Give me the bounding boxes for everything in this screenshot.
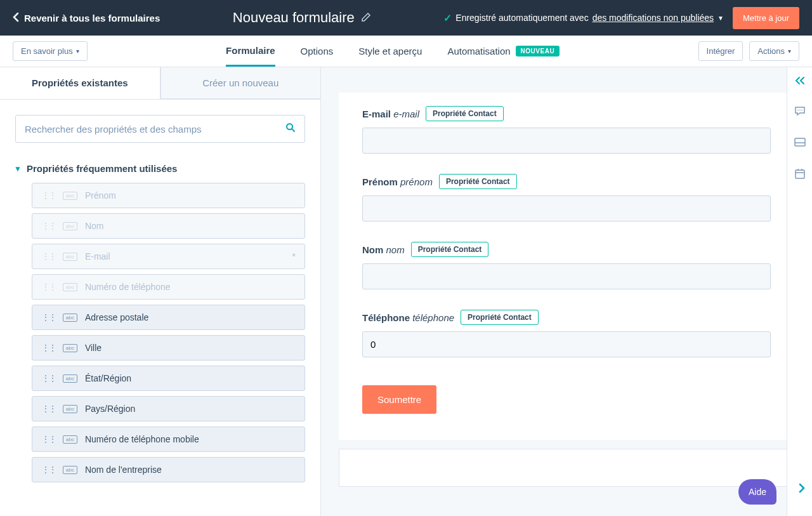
prop-item[interactable]: ⋮⋮abcVille [32,335,305,361]
chevron-left-icon [13,12,19,24]
back-label: Revenir à tous les formulaires [24,13,160,23]
prop-label: Adresse postale [85,312,148,322]
integrate-button[interactable]: Intégrer [698,41,743,61]
check-icon: ✓ [443,12,452,24]
prop-item[interactable]: ⋮⋮abcAdresse postale [32,305,305,330]
calendar-icon[interactable] [794,168,806,182]
contact-property-badge: Propriété Contact [426,106,504,121]
collapse-panel-icon[interactable] [795,76,805,87]
field-label: Prénom prénom [362,176,433,187]
chevron-down-icon: ▾ [788,48,791,55]
learn-more-button[interactable]: En savoir plus ▾ [13,41,88,61]
form-field[interactable]: Téléphone téléphonePropriété Contact [362,310,771,357]
form-canvas: E-mail e-mailPropriété ContactPrénom pré… [321,67,812,516]
text-field-icon: abc [63,253,77,261]
toolbar: En savoir plus ▾ Formulaire Options Styl… [0,36,812,67]
svg-line-1 [292,129,294,131]
left-panel: Propriétés existantes Créer un nouveau ▼… [0,67,321,516]
search-input-wrap[interactable] [15,115,305,143]
form-text-input[interactable] [362,331,771,357]
prop-item: ⋮⋮abcNom [32,213,305,239]
text-field-icon: abc [63,283,77,291]
svg-rect-5 [795,138,805,146]
tab-formulaire[interactable]: Formulaire [226,36,275,67]
main-layout: Propriétés existantes Créer un nouveau ▼… [0,67,812,516]
svg-point-4 [801,110,802,111]
tab-style[interactable]: Style et aperçu [358,36,422,67]
chevron-right-icon[interactable] [798,482,806,497]
drag-handle-icon: ⋮⋮ [41,434,55,444]
text-field-icon: abc [63,314,77,322]
prop-label: E-mail [85,251,110,261]
text-field-icon: abc [63,435,77,444]
form-field[interactable]: E-mail e-mailPropriété Contact [362,106,771,154]
search-input[interactable] [25,124,285,135]
drag-handle-icon: ⋮⋮ [41,312,55,322]
svg-point-2 [797,110,799,111]
prop-item[interactable]: ⋮⋮abcNom de l'entreprise [32,457,305,482]
actions-button[interactable]: Actions ▾ [749,41,799,61]
prop-item: ⋮⋮abcE-mail* [32,244,305,269]
field-label: Téléphone téléphone [362,312,454,323]
subtab-existing[interactable]: Propriétés existantes [0,67,160,99]
text-field-icon: abc [63,405,77,413]
drag-handle-icon: ⋮⋮ [41,190,55,201]
help-button[interactable]: Aide [738,479,776,505]
right-rail [787,67,812,516]
tab-automation-label: Automatisation [447,46,510,56]
form-field[interactable]: Prénom prénomPropriété Contact [362,174,771,222]
prop-item[interactable]: ⋮⋮abcÉtat/Région [32,366,305,391]
search-icon[interactable] [285,122,296,135]
field-label: E-mail e-mail [362,109,419,119]
form-text-input[interactable] [362,195,771,222]
saved-prefix: Enregistré automatiquement avec [455,13,588,23]
caret-down-icon: ▼ [14,164,22,173]
prop-item[interactable]: ⋮⋮abcPays/Région [32,396,305,421]
actions-label: Actions [757,46,785,56]
drag-handle-icon: ⋮⋮ [41,373,55,383]
page-title: Nouveau formulaire [233,10,355,26]
prop-label: Numéro de téléphone mobile [85,434,199,444]
canvas-bottom-zone [339,449,794,487]
form-field[interactable]: Nom nomPropriété Contact [362,242,771,289]
prop-item[interactable]: ⋮⋮abcNuméro de téléphone mobile [32,427,305,452]
prop-item: ⋮⋮abcNuméro de téléphone [32,274,305,300]
text-field-icon: abc [63,192,77,200]
section-frequent-props[interactable]: ▼ Propriétés fréquemment utilisées [0,158,320,183]
prop-label: Nom [85,221,104,231]
back-link[interactable]: Revenir à tous les formulaires [13,12,160,24]
unpublished-link[interactable]: des modifications non publiées [593,13,714,23]
section-title: Propriétés fréquemment utilisées [27,163,178,174]
svg-rect-7 [796,170,804,178]
prop-label: Nom de l'entreprise [85,465,162,475]
prop-label: Ville [85,343,102,353]
prop-label: Prénom [85,190,116,201]
drawer-icon[interactable] [794,138,806,149]
field-label: Nom nom [362,244,405,255]
contact-property-badge: Propriété Contact [411,242,489,257]
learn-more-label: En savoir plus [21,46,73,56]
submit-button[interactable]: Soumettre [362,385,436,414]
drag-handle-icon: ⋮⋮ [41,343,55,353]
pencil-icon[interactable] [361,12,371,24]
text-field-icon: abc [63,466,77,474]
form-text-input[interactable] [362,263,771,289]
form-text-input[interactable] [362,128,771,154]
prop-label: Numéro de téléphone [85,282,171,292]
save-status: ✓ Enregistré automatiquement avec des mo… [443,12,724,24]
drag-handle-icon: ⋮⋮ [41,404,55,414]
text-field-icon: abc [63,374,77,383]
chevron-down-icon[interactable]: ▼ [717,15,724,22]
comment-icon[interactable] [794,106,806,119]
update-button[interactable]: Mettre à jour [733,7,799,29]
tab-options[interactable]: Options [301,36,334,67]
drag-handle-icon: ⋮⋮ [41,465,55,475]
contact-property-badge: Propriété Contact [461,310,539,325]
text-field-icon: abc [63,344,77,352]
prop-label: État/Région [85,373,131,383]
props-list: ⋮⋮abcPrénom⋮⋮abcNom⋮⋮abcE-mail*⋮⋮abcNumé… [0,183,320,516]
required-star: * [292,251,296,261]
subtab-create[interactable]: Créer un nouveau [160,67,321,99]
tab-automatisation[interactable]: Automatisation NOUVEAU [447,36,560,67]
chevron-down-icon: ▾ [76,48,79,55]
